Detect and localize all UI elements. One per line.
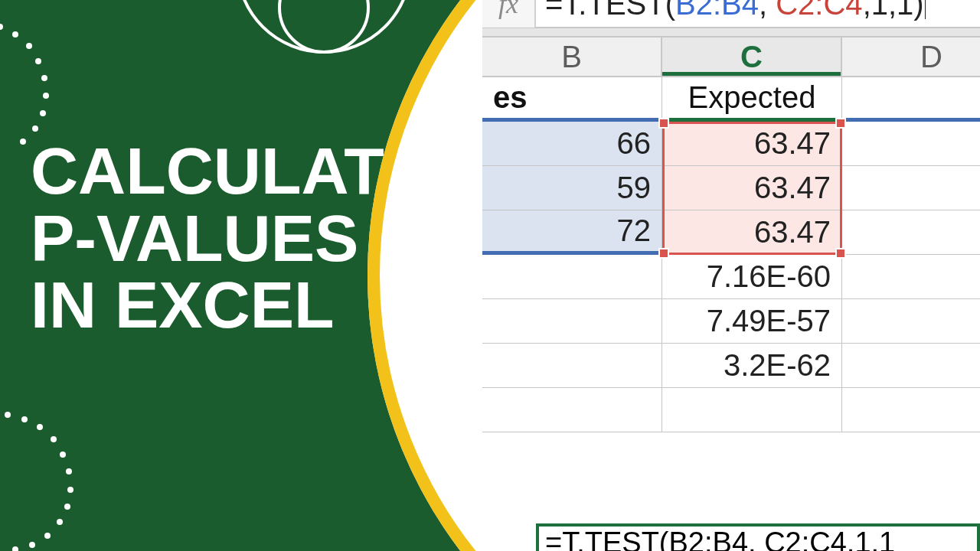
- formula-range2: C2:C4: [776, 0, 862, 21]
- svg-point-5: [43, 93, 49, 99]
- cell-B8[interactable]: [482, 388, 662, 432]
- cell-grid: es Expected 66 63.47 59 63.47 72 63.47: [482, 77, 980, 432]
- svg-point-4: [41, 75, 47, 81]
- svg-point-11: [5, 412, 11, 418]
- cell-C7[interactable]: 3.2E-62: [662, 344, 842, 388]
- formula-input[interactable]: =T.TEST(B2:B4, C2:C4,1,1): [536, 0, 980, 21]
- svg-point-16: [66, 468, 72, 474]
- toolbar-gap: [482, 28, 980, 37]
- text-caret: [925, 0, 926, 19]
- table-row: 3.2E-62: [482, 344, 980, 388]
- svg-point-22: [12, 546, 18, 551]
- formula-sep1: ,: [759, 0, 776, 21]
- header-cell-D[interactable]: [842, 77, 980, 122]
- formula-bar[interactable]: fx =T.TEST(B2:B4, C2:C4,1,1): [482, 0, 980, 28]
- svg-point-17: [67, 487, 74, 493]
- table-row: [482, 388, 980, 432]
- formula-tail: ,1,1): [863, 0, 924, 21]
- column-header-D[interactable]: D: [842, 37, 980, 76]
- table-row: 7.16E-60: [482, 255, 980, 299]
- table-row: 72 63.47: [482, 210, 980, 255]
- svg-point-21: [29, 542, 35, 548]
- spreadsheet-scene: fx =T.TEST(B2:B4, C2:C4,1,1) B C D es Ex…: [482, 0, 980, 432]
- cell-D4[interactable]: [842, 210, 980, 255]
- cell-B3[interactable]: 59: [482, 166, 662, 210]
- cell-B2[interactable]: 66: [482, 122, 662, 166]
- svg-point-2: [26, 43, 32, 49]
- svg-point-6: [40, 110, 46, 116]
- cell-C3[interactable]: 63.47: [662, 166, 842, 210]
- column-header-B[interactable]: B: [482, 37, 662, 76]
- table-row: 7.49E-57: [482, 299, 980, 344]
- formula-echo-box: =T.TEST(B2:B4, C2:C4,1,1: [536, 523, 980, 551]
- header-cell-C[interactable]: Expected: [662, 77, 842, 122]
- svg-point-0: [0, 24, 3, 30]
- svg-point-1: [12, 31, 18, 37]
- formula-range1: B2:B4: [675, 0, 759, 21]
- svg-point-19: [57, 519, 63, 525]
- cell-C6[interactable]: 7.49E-57: [662, 299, 842, 344]
- cell-C4[interactable]: 63.47: [662, 210, 842, 255]
- cell-D5[interactable]: [842, 255, 980, 299]
- cell-C8[interactable]: [662, 388, 842, 432]
- svg-point-15: [60, 452, 66, 458]
- cell-B7[interactable]: [482, 344, 662, 388]
- spreadsheet-circle-clip: fx =T.TEST(B2:B4, C2:C4,1,1) B C D es Ex…: [368, 0, 980, 551]
- cell-D7[interactable]: [842, 344, 980, 388]
- svg-point-12: [21, 416, 28, 422]
- formula-eq: =: [545, 0, 563, 21]
- cell-D8[interactable]: [842, 388, 980, 432]
- cell-B5[interactable]: [482, 255, 662, 299]
- headline-line1: CALCULATE: [31, 138, 428, 205]
- table-row: 66 63.47: [482, 122, 980, 166]
- svg-point-13: [37, 424, 43, 430]
- fx-icon[interactable]: fx: [482, 0, 536, 28]
- cell-B4[interactable]: 72: [482, 210, 662, 255]
- formula-fn-open: T.TEST(: [563, 0, 675, 21]
- table-row: 59 63.47: [482, 166, 980, 210]
- header-cell-B[interactable]: es: [482, 77, 662, 122]
- svg-point-18: [64, 504, 70, 510]
- table-row: es Expected: [482, 77, 980, 122]
- svg-point-20: [44, 533, 51, 539]
- svg-point-8: [20, 139, 26, 145]
- column-headers: B C D: [482, 37, 980, 77]
- svg-point-14: [51, 436, 57, 442]
- cell-C5[interactable]: 7.16E-60: [662, 255, 842, 299]
- svg-point-7: [32, 126, 38, 132]
- cell-D3[interactable]: [842, 166, 980, 210]
- cell-C2[interactable]: 63.47: [662, 122, 842, 166]
- column-header-C[interactable]: C: [662, 37, 842, 76]
- cell-D2[interactable]: [842, 122, 980, 166]
- formula-echo-text: =T.TEST(B2:B4, C2:C4,1,1: [545, 527, 895, 552]
- cell-B6[interactable]: [482, 299, 662, 344]
- decorative-dots-bottom: [0, 406, 84, 551]
- svg-point-3: [35, 58, 41, 64]
- cell-D6[interactable]: [842, 299, 980, 344]
